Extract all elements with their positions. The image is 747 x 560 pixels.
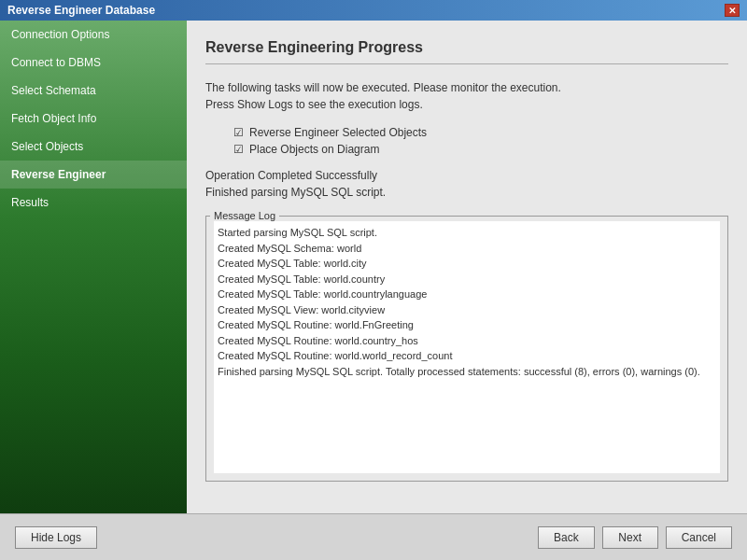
status-text-1: Operation Completed Successfully xyxy=(205,169,728,182)
description: The following tasks will now be executed… xyxy=(205,79,728,113)
log-line: Finished parsing MySQL SQL script. Total… xyxy=(218,364,716,380)
footer-bar: Hide Logs Back Next Cancel xyxy=(0,513,747,560)
content-area: Reverse Engineering Progress The followi… xyxy=(187,21,747,513)
next-button[interactable]: Next xyxy=(602,526,658,549)
log-line: Created MySQL Routine: world.country_hos xyxy=(218,333,716,349)
task-item-1: ☑ Reverse Engineer Selected Objects xyxy=(233,126,728,139)
log-line: Created MySQL Routine: world.FnGreeting xyxy=(218,317,716,333)
task-item-2: ☑ Place Objects on Diagram xyxy=(233,143,728,156)
sidebar-item-fetch-object-info[interactable]: Fetch Object Info xyxy=(0,105,187,133)
back-button[interactable]: Back xyxy=(538,526,595,549)
log-line: Created MySQL Table: world.countrylangua… xyxy=(218,287,716,302)
task-list: ☑ Reverse Engineer Selected Objects ☑ Pl… xyxy=(233,126,728,156)
sidebar: Connection Options Connect to DBMS Selec… xyxy=(0,21,187,513)
message-log-group: Message Log Started parsing MySQL SQL sc… xyxy=(205,210,728,482)
hide-logs-button[interactable]: Hide Logs xyxy=(15,526,97,549)
window-title: Reverse Engineer Database xyxy=(7,4,155,17)
desc-line2: Press Show Logs to see the execution log… xyxy=(205,98,423,111)
sidebar-item-select-objects[interactable]: Select Objects xyxy=(0,133,187,161)
message-log-box[interactable]: Started parsing MySQL SQL script.Created… xyxy=(214,221,720,473)
title-bar: Reverse Engineer Database ✕ xyxy=(0,0,747,21)
cancel-button[interactable]: Cancel xyxy=(666,526,732,549)
task-check-icon-2: ☑ xyxy=(233,143,244,156)
sidebar-item-results[interactable]: Results xyxy=(0,189,187,217)
task-check-icon-1: ☑ xyxy=(233,126,244,139)
footer-left: Hide Logs xyxy=(15,526,97,549)
main-container: Connection Options Connect to DBMS Selec… xyxy=(0,21,747,513)
desc-line1: The following tasks will now be executed… xyxy=(205,81,561,94)
log-line: Created MySQL Table: world.country xyxy=(218,272,716,287)
footer-right: Back Next Cancel xyxy=(538,526,732,549)
log-line: Created MySQL View: world.cityview xyxy=(218,302,716,318)
message-log-legend: Message Log xyxy=(210,210,279,221)
page-title: Reverse Engineering Progress xyxy=(205,39,728,64)
status-text-2: Finished parsing MySQL SQL script. xyxy=(205,186,728,199)
sidebar-item-connect-to-dbms[interactable]: Connect to DBMS xyxy=(0,49,187,77)
sidebar-item-connection-options[interactable]: Connection Options xyxy=(0,21,187,49)
sidebar-item-select-schemata[interactable]: Select Schemata xyxy=(0,77,187,105)
log-line: Created MySQL Routine: world.world_recor… xyxy=(218,348,716,364)
log-line: Started parsing MySQL SQL script. xyxy=(218,225,716,241)
sidebar-item-reverse-engineer[interactable]: Reverse Engineer xyxy=(0,161,187,189)
log-line: Created MySQL Schema: world xyxy=(218,241,716,257)
log-line: Created MySQL Table: world.city xyxy=(218,256,716,272)
close-button[interactable]: ✕ xyxy=(725,4,740,17)
